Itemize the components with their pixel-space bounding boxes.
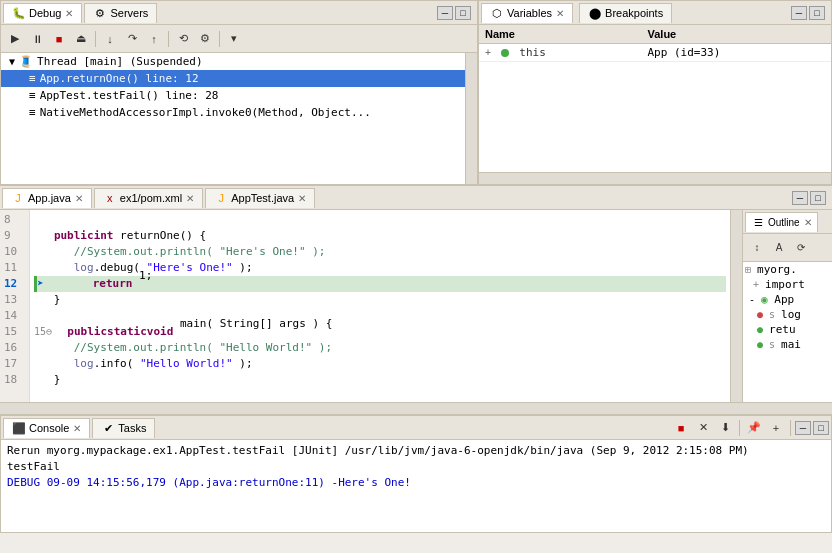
thread-label: Thread [main] (Suspended) [37, 55, 203, 68]
close-debug-tab[interactable]: ✕ [65, 8, 73, 19]
tab-pom-xml[interactable]: x ex1/pom.xml ✕ [94, 188, 203, 208]
import-icon: + [753, 279, 765, 290]
tab-debug[interactable]: 🐛 Debug ✕ [3, 3, 82, 23]
step-into-btn[interactable]: ↓ [100, 29, 120, 49]
tab-servers[interactable]: ⚙ Servers [84, 3, 157, 23]
stack-frame-2[interactable]: ≡ NativeMethodAccessorImpl.invoke0(Metho… [1, 104, 465, 121]
console-line-2: DEBUG 09-09 14:15:56,179 (App.java:retur… [7, 475, 825, 491]
tab-tasks[interactable]: ✔ Tasks [92, 418, 155, 438]
console-line-1: testFail [7, 459, 825, 475]
close-pom-xml-tab[interactable]: ✕ [186, 193, 194, 204]
code-line-12: ➤ return 1; [34, 276, 726, 292]
var-value: App (id=33) [642, 44, 832, 62]
outline-icon: ☰ [751, 215, 765, 229]
outline-sync-btn[interactable]: ⟳ [791, 238, 811, 258]
static-method-icon: ● [757, 339, 769, 350]
outline-item-app-class[interactable]: - ◉ App [743, 292, 832, 307]
terminate-console-btn[interactable]: ■ [671, 418, 691, 438]
outline-item-package[interactable]: ⊞ myorg. [743, 262, 832, 277]
outline-item-main[interactable]: ● s mai [743, 337, 832, 352]
tab-console[interactable]: ⬛ Console ✕ [3, 418, 90, 438]
maximize-editor-btn[interactable]: □ [810, 191, 826, 205]
thread-item[interactable]: ▼ 🧵 Thread [main] (Suspended) [1, 53, 465, 70]
minimize-debug-btn[interactable]: ─ [437, 6, 453, 20]
col-name: Name [479, 25, 642, 44]
minimize-console-btn[interactable]: ─ [795, 421, 811, 435]
code-line-15: 15⊖ public static void main( String[] ar… [34, 324, 726, 340]
maximize-variables-btn[interactable]: □ [809, 6, 825, 20]
close-app-java-tab[interactable]: ✕ [75, 193, 83, 204]
sep3 [219, 31, 220, 47]
step-over-btn[interactable]: ↷ [122, 29, 142, 49]
use-step-filters-btn[interactable]: ⚙ [195, 29, 215, 49]
tab-outline[interactable]: ☰ Outline ✕ [745, 212, 818, 232]
console-tab-bar: ⬛ Console ✕ ✔ Tasks ■ ✕ ⬇ 📌 + ─ □ [1, 416, 831, 440]
tab-variables[interactable]: ⬡ Variables ✕ [481, 3, 573, 23]
close-variables-tab[interactable]: ✕ [556, 8, 564, 19]
step-return-btn[interactable]: ↑ [144, 29, 164, 49]
stack-frame-1[interactable]: ≡ AppTest.testFail() line: 28 [1, 87, 465, 104]
outline-toolbar: ↕ A ⟳ [743, 234, 832, 262]
maximize-console-btn[interactable]: □ [813, 421, 829, 435]
minimize-editor-btn[interactable]: ─ [792, 191, 808, 205]
scroll-lock-btn[interactable]: ⬇ [715, 418, 735, 438]
tab-app-java[interactable]: J App.java ✕ [2, 188, 92, 208]
console-icon: ⬛ [12, 421, 26, 435]
variables-content: Name Value + this App (id=33) [479, 25, 831, 172]
tasks-icon: ✔ [101, 421, 115, 435]
minimize-variables-btn[interactable]: ─ [791, 6, 807, 20]
tab-apptest-java[interactable]: J AppTest.java ✕ [205, 188, 315, 208]
maximize-debug-btn[interactable]: □ [455, 6, 471, 20]
sep1 [95, 31, 96, 47]
java-file-icon: J [11, 191, 25, 205]
close-console-tab[interactable]: ✕ [73, 423, 81, 434]
editor-scrollbar-v[interactable] [730, 210, 742, 402]
variables-panel: ⬡ Variables ✕ ⬤ Breakpoints ─ □ Name Val… [478, 0, 832, 185]
new-console-btn[interactable]: + [766, 418, 786, 438]
expand-this-btn[interactable]: + [485, 47, 491, 58]
view-menu-btn[interactable]: ▾ [224, 29, 244, 49]
code-line-10: //System.out.println( "Here's One!" ); [34, 244, 726, 260]
frame-icon-1: ≡ [29, 89, 36, 102]
close-outline-tab[interactable]: ✕ [804, 217, 812, 228]
console-area: ⬛ Console ✕ ✔ Tasks ■ ✕ ⬇ 📌 + ─ □ Rerun … [0, 415, 832, 533]
stack-frame-0[interactable]: ≡ App.returnOne() line: 12 [1, 70, 465, 87]
code-line-16: //System.out.println( "Hello World!" ); [34, 340, 726, 356]
debug-tab-bar: 🐛 Debug ✕ ⚙ Servers ─ □ [1, 1, 477, 25]
resume-btn[interactable]: ▶ [5, 29, 25, 49]
drop-btn[interactable]: ⟲ [173, 29, 193, 49]
xml-file-icon: x [103, 191, 117, 205]
code-line-9: public int returnOne() { [34, 228, 726, 244]
variable-row-0[interactable]: + this App (id=33) [479, 44, 831, 62]
editor-tab-bar: J App.java ✕ x ex1/pom.xml ✕ J AppTest.j… [0, 186, 832, 210]
console-line-0: Rerun myorg.mypackage.ex1.AppTest.testFa… [7, 443, 825, 459]
frame-icon-0: ≡ [29, 72, 36, 85]
tab-breakpoints[interactable]: ⬤ Breakpoints [579, 3, 672, 23]
outline-sort-btn[interactable]: ↕ [747, 238, 767, 258]
variables-table: Name Value + this App (id=33) [479, 25, 831, 62]
editor-scrollbar-h[interactable] [0, 402, 832, 414]
close-apptest-java-tab[interactable]: ✕ [298, 193, 306, 204]
editor-main: 8 9 10 11 12 13 14 15 16 17 18 public in… [0, 210, 742, 402]
editor-area: J App.java ✕ x ex1/pom.xml ✕ J AppTest.j… [0, 185, 832, 415]
outline-item-return[interactable]: ● retu [743, 322, 832, 337]
disconnect-btn[interactable]: ⏏ [71, 29, 91, 49]
outline-tree: ⊞ myorg. + import - ◉ App ● s log [743, 262, 832, 402]
frame-label-0: App.returnOne() line: 12 [40, 72, 199, 85]
clear-console-btn[interactable]: ✕ [693, 418, 713, 438]
suspend-btn[interactable]: ⏸ [27, 29, 47, 49]
variables-scrollbar-h[interactable] [479, 172, 831, 184]
debug-scrollbar[interactable] [465, 53, 477, 184]
sep-console2 [790, 420, 791, 436]
outline-hide-btn[interactable]: A [769, 238, 789, 258]
frame-label-1: AppTest.testFail() line: 28 [40, 89, 219, 102]
test-file-icon: J [214, 191, 228, 205]
debug-icon: 🐛 [12, 6, 26, 20]
thread-icon: 🧵 [19, 55, 33, 68]
terminate-btn[interactable]: ■ [49, 29, 69, 49]
outline-item-log[interactable]: ● s log [743, 307, 832, 322]
code-line-14 [34, 308, 726, 324]
pin-console-btn[interactable]: 📌 [744, 418, 764, 438]
code-editor[interactable]: public int returnOne() { //System.out.pr… [30, 210, 730, 402]
outline-item-import[interactable]: + import [743, 277, 832, 292]
